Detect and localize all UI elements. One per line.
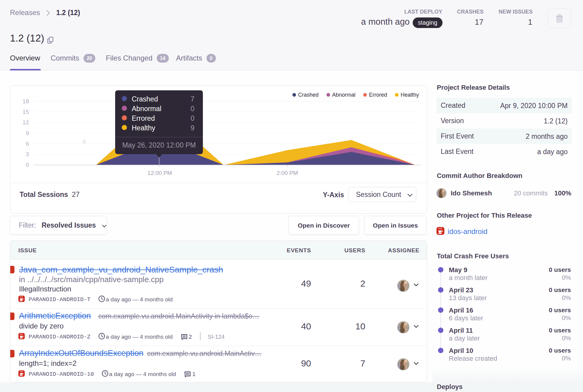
svg-text:0: 0 [83,138,86,145]
svg-text:2:00 PM: 2:00 PM [277,170,298,176]
svg-text:18: 18 [23,98,29,104]
svg-text:9: 9 [26,130,29,136]
svg-text:0: 0 [26,162,29,168]
svg-text:6: 6 [26,141,29,147]
svg-text:15: 15 [23,109,29,115]
svg-text:12:00 PM: 12:00 PM [147,170,172,176]
svg-text:12: 12 [23,119,29,126]
svg-text:3: 3 [26,151,29,157]
